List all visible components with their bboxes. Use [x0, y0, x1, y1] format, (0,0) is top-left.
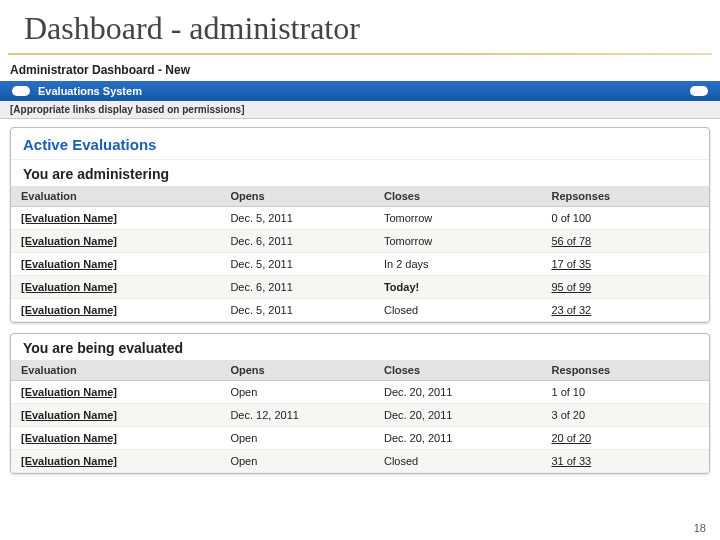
evaluation-name-link[interactable]: [Evaluation Name]	[11, 450, 220, 473]
table-row: [Evaluation Name]Dec. 6, 2011Today!95 of…	[11, 276, 709, 299]
col-responses: Responses	[541, 360, 709, 381]
evaluation-name-link[interactable]: [Evaluation Name]	[11, 207, 220, 230]
closes-cell: Tomorrow	[374, 230, 542, 253]
closes-cell: Dec. 20, 2011	[374, 404, 542, 427]
responses-cell[interactable]: 20 of 20	[541, 427, 709, 450]
opens-cell: Dec. 5, 2011	[220, 207, 374, 230]
col-closes: Closes	[374, 186, 542, 207]
closes-cell: In 2 days	[374, 253, 542, 276]
panel-header: Active Evaluations	[11, 128, 709, 159]
evaluation-name-link[interactable]: [Evaluation Name]	[11, 404, 220, 427]
active-evaluations-panel: Active Evaluations You are administering…	[10, 127, 710, 323]
table-row: [Evaluation Name]Dec. 12, 2011Dec. 20, 2…	[11, 404, 709, 427]
table-row: [Evaluation Name]Dec. 6, 2011Tomorrow56 …	[11, 230, 709, 253]
responses-cell[interactable]: 31 of 33	[541, 450, 709, 473]
table-row: [Evaluation Name]Dec. 5, 2011Closed23 of…	[11, 299, 709, 322]
col-evaluation: Evaluation	[11, 360, 220, 381]
responses-cell[interactable]: 95 of 99	[541, 276, 709, 299]
opens-cell: Dec. 12, 2011	[220, 404, 374, 427]
col-closes: Closes	[374, 360, 542, 381]
table-row: [Evaluation Name]OpenDec. 20, 20111 of 1…	[11, 381, 709, 404]
table-row: [Evaluation Name]Dec. 5, 2011Tomorrow0 o…	[11, 207, 709, 230]
table-row: [Evaluation Name]OpenClosed31 of 33	[11, 450, 709, 473]
toggle-right-icon[interactable]	[690, 86, 708, 96]
title-underline	[8, 53, 712, 55]
permissions-note: [Appropriate links display based on perm…	[0, 101, 720, 119]
administering-table: Evaluation Opens Closes Repsonses [Evalu…	[11, 186, 709, 322]
opens-cell: Dec. 6, 2011	[220, 230, 374, 253]
system-bar: Evaluations System	[0, 81, 720, 101]
closes-cell: Today!	[374, 276, 542, 299]
closes-cell: Closed	[374, 299, 542, 322]
evaluation-name-link[interactable]: [Evaluation Name]	[11, 427, 220, 450]
responses-cell[interactable]: 56 of 78	[541, 230, 709, 253]
page-number: 18	[694, 522, 706, 534]
opens-cell: Open	[220, 427, 374, 450]
being-evaluated-panel: You are being evaluated Evaluation Opens…	[10, 333, 710, 474]
administering-subheader: You are administering	[11, 159, 709, 186]
responses-cell[interactable]: 23 of 32	[541, 299, 709, 322]
evaluation-name-link[interactable]: [Evaluation Name]	[11, 253, 220, 276]
system-bar-label: Evaluations System	[38, 85, 142, 97]
admin-dashboard-label: Administrator Dashboard - New	[0, 61, 720, 81]
being-evaluated-subheader: You are being evaluated	[11, 334, 709, 360]
evaluation-name-link[interactable]: [Evaluation Name]	[11, 276, 220, 299]
opens-cell: Dec. 6, 2011	[220, 276, 374, 299]
evaluation-name-link[interactable]: [Evaluation Name]	[11, 230, 220, 253]
col-opens: Opens	[220, 186, 374, 207]
responses-cell: 0 of 100	[541, 207, 709, 230]
slide-title: Dashboard - administrator	[0, 0, 720, 53]
responses-cell[interactable]: 17 of 35	[541, 253, 709, 276]
closes-cell: Closed	[374, 450, 542, 473]
opens-cell: Open	[220, 450, 374, 473]
being-evaluated-table: Evaluation Opens Closes Responses [Evalu…	[11, 360, 709, 473]
closes-cell: Tomorrow	[374, 207, 542, 230]
col-opens: Opens	[220, 360, 374, 381]
responses-cell: 1 of 10	[541, 381, 709, 404]
col-evaluation: Evaluation	[11, 186, 220, 207]
closes-cell: Dec. 20, 2011	[374, 381, 542, 404]
evaluation-name-link[interactable]: [Evaluation Name]	[11, 299, 220, 322]
table-row: [Evaluation Name]OpenDec. 20, 201120 of …	[11, 427, 709, 450]
table-row: [Evaluation Name]Dec. 5, 2011In 2 days17…	[11, 253, 709, 276]
responses-cell: 3 of 20	[541, 404, 709, 427]
closes-cell: Dec. 20, 2011	[374, 427, 542, 450]
col-responses: Repsonses	[541, 186, 709, 207]
opens-cell: Open	[220, 381, 374, 404]
opens-cell: Dec. 5, 2011	[220, 299, 374, 322]
toggle-collapse-icon[interactable]	[12, 86, 30, 96]
opens-cell: Dec. 5, 2011	[220, 253, 374, 276]
evaluation-name-link[interactable]: [Evaluation Name]	[11, 381, 220, 404]
